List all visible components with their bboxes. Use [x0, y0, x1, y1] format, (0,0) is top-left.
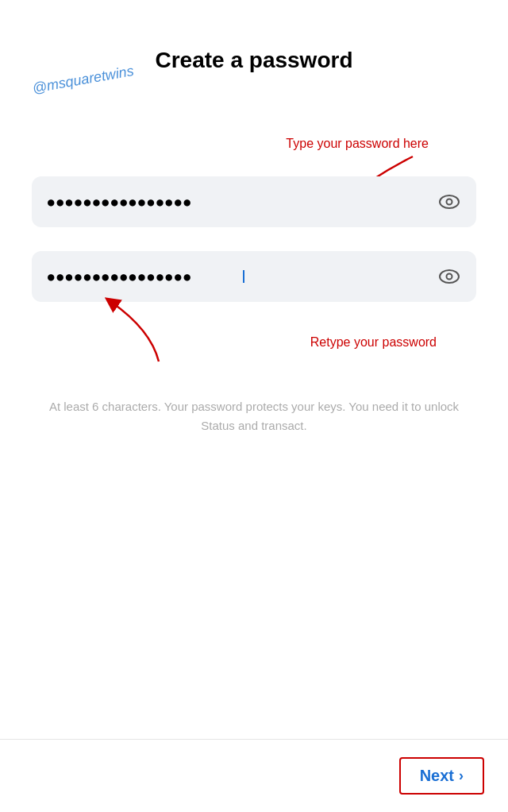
svg-point-0 [440, 195, 459, 208]
text-cursor [243, 270, 244, 283]
next-label: Next [420, 767, 454, 785]
chevron-right-icon: › [459, 768, 464, 784]
password-dots-2: ●●●●●●●●●●●●●●●● [48, 270, 241, 283]
svg-point-1 [447, 199, 452, 205]
password-input-1[interactable]: ●●●●●●●●●●●●●●●● [32, 176, 476, 227]
svg-point-3 [447, 274, 452, 280]
bottom-bar: Next › [0, 739, 508, 812]
eye-icon-1[interactable] [438, 191, 460, 213]
password-field-1-wrapper: ●●●●●●●●●●●●●●●● [32, 176, 476, 227]
page-container: Create a password @msquaretwins Type you… [0, 0, 508, 812]
arrow-bottom [95, 290, 238, 369]
password-dots-1: ●●●●●●●●●●●●●●●● [48, 195, 438, 208]
next-button[interactable]: Next › [399, 757, 484, 795]
hint-text: At least 6 characters. Your password pro… [32, 397, 476, 435]
eye-icon-2[interactable] [438, 265, 460, 288]
annotation-top-label: Type your password here [286, 137, 429, 151]
page-title: Create a password [32, 48, 476, 73]
top-annotation-area: Type your password here ●●●●●●●●●●●●●●●● [32, 145, 476, 227]
svg-point-2 [440, 270, 459, 283]
second-field-area: ●●●●●●●●●●●●●●●● [32, 251, 476, 302]
main-content: Create a password @msquaretwins Type you… [0, 0, 508, 739]
annotation-bottom-label: Retype your password [310, 335, 437, 350]
